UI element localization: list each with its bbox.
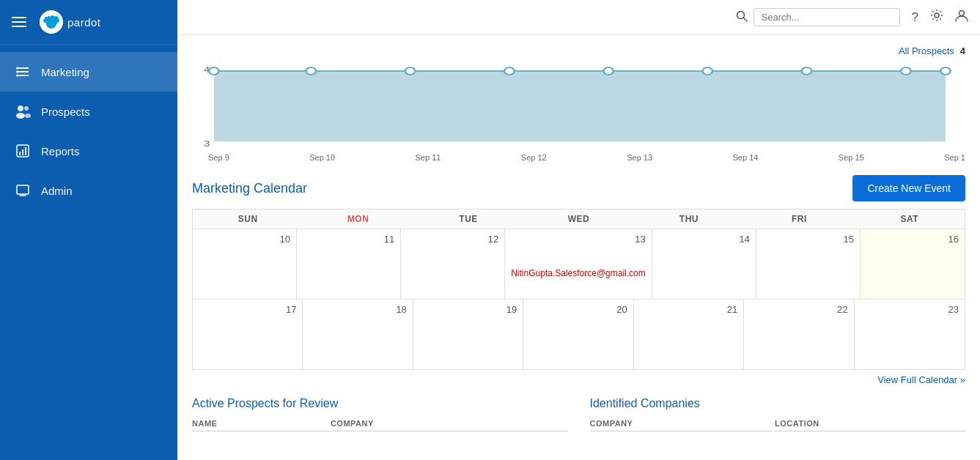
svg-point-26 [802,67,812,75]
sidebar-item-marketing[interactable]: Marketing [0,52,177,92]
svg-rect-10 [22,149,23,155]
cal-header-tue: TUE [413,209,523,229]
create-event-button[interactable]: Create New Event [852,175,965,201]
svg-point-6 [24,106,29,111]
cal-cell-12[interactable]: 12 [401,229,505,299]
col-company: COMPANY [331,416,568,431]
svg-point-24 [603,67,614,75]
cal-header-thu: THU [634,209,744,229]
search-input[interactable] [754,8,900,26]
cal-cell-16[interactable]: 16 [861,229,965,299]
active-prospects-title: Active Prospects for Review [192,397,568,410]
svg-rect-11 [25,147,26,155]
cal-cell-11[interactable]: 11 [297,229,401,299]
identified-companies-title: Identified Companies [590,397,966,410]
svg-marker-19 [214,71,946,141]
chart-container: 4 3 Sep [192,62,965,162]
svg-rect-12 [17,185,29,194]
active-prospects-table: NAME COMPANY [192,416,568,431]
pardot-logo-text: pardot [67,16,101,29]
user-icon-button[interactable] [955,9,968,26]
marketing-icon [15,64,31,80]
col-name: NAME [192,416,331,431]
svg-point-15 [935,13,939,18]
svg-text:3: 3 [204,139,210,149]
svg-point-5 [16,113,25,119]
sidebar-item-reports[interactable]: Reports [0,131,177,171]
cal-cell-18[interactable]: 18 [303,300,413,369]
reports-icon [15,143,31,159]
cal-cell-15[interactable]: 15 [756,229,861,299]
chart-x-labels: Sep 9 Sep 10 Sep 11 Sep 12 Sep 13 Sep 14… [192,150,965,162]
cal-cell-13[interactable]: 13 NitinGupta.Salesforce@gmail.com [505,229,652,299]
svg-point-25 [703,67,713,75]
sidebar: pardot Marketing [0,0,177,460]
svg-point-28 [940,67,951,75]
sidebar-item-prospects[interactable]: Prospects [0,92,177,131]
cal-header-fri: FRI [744,209,854,229]
calendar-header-row: SUN MON TUE WED THU FRI SAT [193,209,965,229]
cal-cell-21[interactable]: 21 [634,300,744,369]
hamburger-icon[interactable] [12,17,26,27]
calendar-week-1: 10 11 12 13 NitinGupta.Salesforce@gmail.… [193,229,965,300]
svg-point-1 [16,67,18,70]
cal-header-sun: SUN [193,209,303,229]
svg-point-22 [405,67,416,75]
svg-point-0 [46,18,56,29]
identified-companies-section: Identified Companies COMPANY LOCATION [590,397,966,431]
admin-icon [15,182,31,199]
calendar-week-2: 17 18 19 20 21 22 23 [193,300,965,370]
svg-point-27 [901,67,911,75]
chart-svg: 4 3 [192,62,965,150]
svg-point-4 [18,105,23,111]
salesforce-logo [40,10,63,34]
cal-header-mon: MON [303,209,413,229]
svg-line-14 [743,18,747,21]
search-area [736,8,900,26]
marketing-label: Marketing [41,66,89,78]
help-icon-button[interactable]: ? [912,10,918,25]
cal-cell-22[interactable]: 22 [744,300,854,369]
topbar: ? [177,0,980,35]
sidebar-item-admin[interactable]: Admin [0,171,177,210]
identified-companies-table: COMPANY LOCATION [590,416,966,431]
cal-cell-17[interactable]: 17 [193,300,303,369]
cal-cell-20[interactable]: 20 [523,300,633,369]
view-full-calendar-link[interactable]: View Full Calendar » [877,374,965,385]
chart-section: All Prospects 4 4 3 [192,35,965,162]
reports-label: Reports [41,145,80,157]
svg-point-3 [16,75,18,77]
view-full-calendar[interactable]: View Full Calendar » [192,370,965,390]
cal-header-wed: WED [523,209,633,229]
cal-cell-19[interactable]: 19 [413,300,523,369]
sidebar-header: pardot [0,0,177,45]
content-area: All Prospects 4 4 3 [177,35,980,460]
all-prospects-row: All Prospects 4 [192,42,965,62]
calendar-grid: SUN MON TUE WED THU FRI SAT 10 11 12 13 … [192,209,965,370]
admin-label: Admin [41,185,73,197]
main-content: ? All Prospects 4 4 [177,0,980,460]
svg-point-20 [209,67,219,75]
search-icon-button[interactable] [736,10,748,25]
col-location: LOCATION [775,416,965,431]
cal-cell-14[interactable]: 14 [652,229,756,299]
calendar-title: Marketing Calendar [192,181,307,196]
svg-point-21 [306,67,317,75]
cal-cell-23[interactable]: 23 [855,300,965,369]
prospects-label: Prospects [41,105,90,118]
calendar-header: Marketing Calendar Create New Event [192,169,965,209]
svg-rect-9 [19,152,21,155]
svg-point-2 [16,71,18,73]
bottom-sections: Active Prospects for Review NAME COMPANY… [192,397,965,431]
all-prospects-count: 4 [960,45,965,56]
settings-icon-button[interactable] [930,9,943,26]
col-company: COMPANY [590,416,775,431]
svg-point-16 [959,11,965,16]
active-prospects-section: Active Prospects for Review NAME COMPANY [192,397,568,431]
calendar-event-email: NitinGupta.Salesforce@gmail.com [511,268,646,278]
sidebar-nav: Marketing Prospects [0,52,177,210]
logo-area: pardot [40,10,101,34]
cal-cell-10[interactable]: 10 [193,229,297,299]
prospects-icon [15,103,31,119]
cal-header-sat: SAT [855,209,965,229]
